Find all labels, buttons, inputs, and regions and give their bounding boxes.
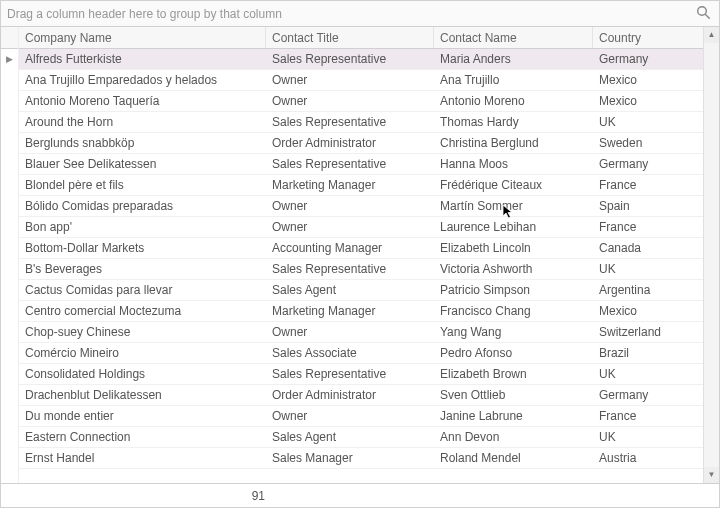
cell-title: Marketing Manager [266, 175, 434, 195]
table-row[interactable]: Chop-suey ChineseOwnerYang WangSwitzerla… [19, 322, 703, 343]
cell-contact: Martín Sommer [434, 196, 593, 216]
cell-contact: Frédérique Citeaux [434, 175, 593, 195]
row-selector[interactable] [1, 448, 18, 469]
cell-title: Sales Agent [266, 427, 434, 447]
table-body: Alfreds FutterkisteSales RepresentativeM… [19, 49, 703, 483]
cell-country: Argentina [593, 280, 689, 300]
scroll-down-button[interactable]: ▼ [704, 467, 719, 483]
cell-country: UK [593, 364, 689, 384]
cell-country: Mexico [593, 91, 689, 111]
column-header-company[interactable]: Company Name [19, 27, 266, 48]
cell-contact: Christina Berglund [434, 133, 593, 153]
column-header-title[interactable]: Contact Title [266, 27, 434, 48]
data-grid: Drag a column header here to group by th… [0, 0, 720, 508]
cell-contact: Francisco Chang [434, 301, 593, 321]
table-row[interactable]: Ernst HandelSales ManagerRoland MendelAu… [19, 448, 703, 469]
cell-contact: Maria Anders [434, 49, 593, 69]
search-icon[interactable] [696, 5, 711, 23]
cell-company: Antonio Moreno Taquería [19, 91, 266, 111]
cell-country: Spain [593, 196, 689, 216]
cell-title: Owner [266, 217, 434, 237]
table-row[interactable]: Cactus Comidas para llevarSales AgentPat… [19, 280, 703, 301]
row-selector[interactable] [1, 154, 18, 175]
cell-contact: Thomas Hardy [434, 112, 593, 132]
cell-company: Blauer See Delikatessen [19, 154, 266, 174]
cell-contact: Ann Devon [434, 427, 593, 447]
cell-contact: Hanna Moos [434, 154, 593, 174]
table-row[interactable]: Consolidated HoldingsSales Representativ… [19, 364, 703, 385]
row-selector-header [1, 27, 18, 49]
table-row[interactable]: Bólido Comidas preparadasOwnerMartín Som… [19, 196, 703, 217]
cell-country: Mexico [593, 70, 689, 90]
table-row[interactable]: Alfreds FutterkisteSales RepresentativeM… [19, 49, 703, 70]
cell-title: Sales Representative [266, 112, 434, 132]
column-header-contact[interactable]: Contact Name [434, 27, 593, 48]
row-selector[interactable] [1, 280, 18, 301]
cell-company: Drachenblut Delikatessen [19, 385, 266, 405]
cell-country: Germany [593, 385, 689, 405]
cell-country: France [593, 217, 689, 237]
row-selector[interactable] [1, 70, 18, 91]
vertical-scrollbar[interactable]: ▲ ▼ [703, 27, 719, 483]
group-by-placeholder: Drag a column header here to group by th… [7, 7, 282, 21]
cell-contact: Patricio Simpson [434, 280, 593, 300]
group-by-panel[interactable]: Drag a column header here to group by th… [1, 1, 719, 27]
cell-title: Order Administrator [266, 385, 434, 405]
row-selector[interactable] [1, 385, 18, 406]
cell-title: Sales Representative [266, 259, 434, 279]
table-row[interactable]: Eastern ConnectionSales AgentAnn DevonUK [19, 427, 703, 448]
row-selector[interactable]: ▶ [1, 49, 18, 70]
table-row[interactable]: Bon app'OwnerLaurence LebihanFrance [19, 217, 703, 238]
cell-title: Owner [266, 70, 434, 90]
row-selector[interactable] [1, 175, 18, 196]
cell-title: Sales Manager [266, 448, 434, 468]
cell-title: Owner [266, 322, 434, 342]
cell-country: France [593, 406, 689, 426]
table-row[interactable]: Blauer See DelikatessenSales Representat… [19, 154, 703, 175]
cell-title: Owner [266, 91, 434, 111]
cell-company: Bólido Comidas preparadas [19, 196, 266, 216]
row-selector[interactable] [1, 364, 18, 385]
table-row[interactable]: Around the HornSales RepresentativeThoma… [19, 112, 703, 133]
cell-company: Eastern Connection [19, 427, 266, 447]
cell-company: Bottom-Dollar Markets [19, 238, 266, 258]
cell-country: France [593, 175, 689, 195]
table-row[interactable]: Drachenblut DelikatessenOrder Administra… [19, 385, 703, 406]
row-selector[interactable] [1, 217, 18, 238]
cell-contact: Pedro Afonso [434, 343, 593, 363]
table-row[interactable]: B's BeveragesSales RepresentativeVictori… [19, 259, 703, 280]
cell-company: Ernst Handel [19, 448, 266, 468]
scroll-up-button[interactable]: ▲ [704, 27, 719, 43]
cell-company: Berglunds snabbköp [19, 133, 266, 153]
table-row[interactable]: Antonio Moreno TaqueríaOwnerAntonio More… [19, 91, 703, 112]
row-selector[interactable] [1, 133, 18, 154]
row-selector[interactable] [1, 427, 18, 448]
svg-line-1 [705, 14, 709, 18]
cell-company: Centro comercial Moctezuma [19, 301, 266, 321]
cell-title: Sales Representative [266, 364, 434, 384]
cell-country: Brazil [593, 343, 689, 363]
cell-title: Sales Associate [266, 343, 434, 363]
table-row[interactable]: Ana Trujillo Emparedados y heladosOwnerA… [19, 70, 703, 91]
column-header-country[interactable]: Country [593, 27, 689, 48]
row-selector[interactable] [1, 406, 18, 427]
row-selector[interactable] [1, 343, 18, 364]
row-selector[interactable] [1, 112, 18, 133]
table-row[interactable]: Du monde entierOwnerJanine LabruneFrance [19, 406, 703, 427]
row-selector[interactable] [1, 238, 18, 259]
row-selector[interactable] [1, 259, 18, 280]
row-selector[interactable] [1, 301, 18, 322]
table-row[interactable]: Berglunds snabbköpOrder AdministratorChr… [19, 133, 703, 154]
cell-country: Sweden [593, 133, 689, 153]
cell-country: Germany [593, 49, 689, 69]
row-selector[interactable] [1, 322, 18, 343]
row-selector[interactable] [1, 196, 18, 217]
column-header-row: Company Name Contact Title Contact Name … [19, 27, 703, 49]
table-row[interactable]: Bottom-Dollar MarketsAccounting ManagerE… [19, 238, 703, 259]
table-row[interactable]: Comércio MineiroSales AssociatePedro Afo… [19, 343, 703, 364]
table-row[interactable]: Centro comercial MoctezumaMarketing Mana… [19, 301, 703, 322]
cell-company: Du monde entier [19, 406, 266, 426]
cell-country: Switzerland [593, 322, 689, 342]
row-selector[interactable] [1, 91, 18, 112]
table-row[interactable]: Blondel père et filsMarketing ManagerFré… [19, 175, 703, 196]
